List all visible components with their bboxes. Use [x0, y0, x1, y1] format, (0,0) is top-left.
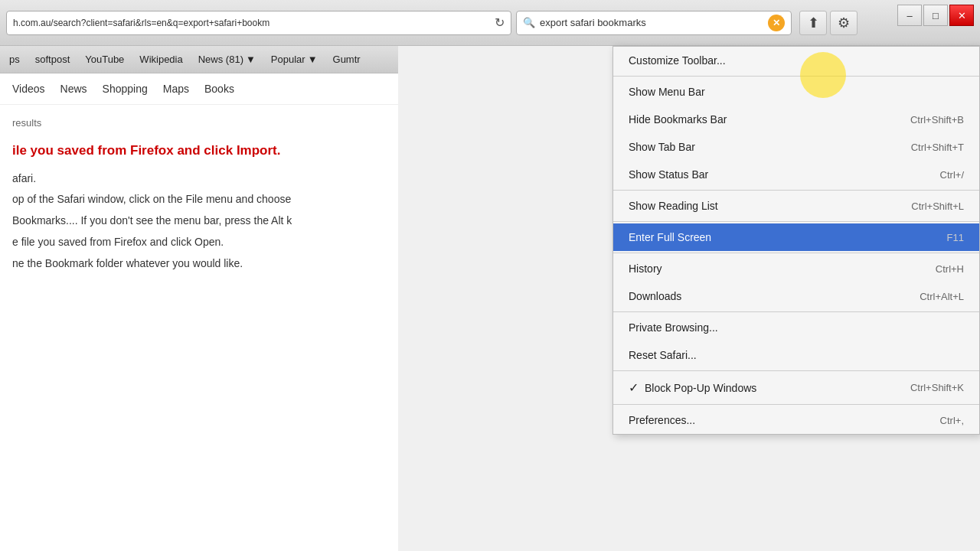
bookmark-softpost[interactable]: softpost	[32, 52, 74, 67]
result-line-0: afari.	[12, 170, 386, 188]
settings-icon: ⚙	[838, 15, 850, 31]
bookmark-ps[interactable]: ps	[6, 52, 23, 67]
menu-separator-2	[613, 221, 979, 222]
settings-button[interactable]: ⚙	[830, 11, 858, 35]
menu-shortcut-enter-full-screen: F11	[947, 232, 964, 243]
address-bar[interactable]: h.com.au/search?client=safari&rls=en&q=e…	[6, 11, 511, 35]
result-line-1: op of the Safari window, click on the Fi…	[12, 191, 386, 209]
menu-item-private-browsing[interactable]: Private Browsing...	[613, 314, 979, 341]
bookmarks-bar: ps softpost YouTube Wikipedia News (81) …	[0, 46, 398, 73]
result-body: ile you saved from Firefox and click Imp…	[0, 135, 398, 282]
menu-label-block-popups: Block Pop-Up Windows	[645, 382, 756, 394]
menu-separator-4	[613, 311, 979, 312]
window-controls: – □ ✕	[891, 0, 980, 31]
check-mark-icon: ✓	[629, 380, 639, 395]
menu-shortcut-preferences: Ctrl+,	[940, 415, 964, 426]
result-line-2: Bookmarks.... If you don't see the menu …	[12, 212, 386, 230]
menu-label-enter-full-screen: Enter Full Screen	[629, 231, 711, 243]
menu-item-block-popups[interactable]: ✓ Block Pop-Up Windows Ctrl+Shift+K	[613, 373, 979, 403]
share-icon: ⬆	[808, 15, 819, 31]
menu-item-reset-safari[interactable]: Reset Safari...	[613, 341, 979, 369]
result-line-4: ne the Bookmark folder whatever you woul…	[12, 255, 386, 273]
menu-item-show-reading-list[interactable]: Show Reading List Ctrl+Shift+L	[613, 192, 979, 220]
search-results-status: results	[0, 105, 398, 135]
menu-separator-0	[613, 76, 979, 77]
menu-shortcut-show-status-bar: Ctrl+/	[940, 169, 964, 181]
menu-separator-1	[613, 190, 979, 191]
menu-item-history[interactable]: History Ctrl+H	[613, 255, 979, 282]
close-button[interactable]: ✕	[949, 5, 974, 26]
menu-shortcut-history: Ctrl+H	[936, 263, 964, 275]
bookmark-wikipedia[interactable]: Wikipedia	[136, 52, 185, 67]
bookmark-popular[interactable]: Popular ▼	[268, 52, 321, 67]
menu-item-enter-full-screen[interactable]: Enter Full Screen F11	[613, 223, 979, 251]
result-snippet: ile you saved from Firefox and click Imp…	[12, 141, 386, 161]
menu-label-hide-bookmarks-bar: Hide Bookmarks Bar	[629, 113, 727, 126]
menu-separator-6	[613, 404, 979, 405]
menu-label-history: History	[629, 262, 662, 275]
tab-shopping[interactable]: Shopping	[103, 80, 148, 98]
refresh-button[interactable]: ↻	[495, 15, 505, 30]
menu-item-show-menu-bar[interactable]: Show Menu Bar	[613, 78, 979, 106]
bookmark-news[interactable]: News (81) ▼	[195, 52, 259, 67]
menu-separator-3	[613, 253, 979, 253]
bookmark-youtube[interactable]: YouTube	[82, 52, 127, 67]
search-query-text: export safari bookmarks	[540, 17, 765, 28]
toolbar-right-icons: ⬆ ⚙	[799, 11, 858, 35]
menu-label-reset-safari: Reset Safari...	[629, 349, 697, 361]
menu-shortcut-hide-bookmarks-bar: Ctrl+Shift+B	[910, 114, 964, 126]
search-clear-button[interactable]: ✕	[768, 15, 785, 31]
restore-button[interactable]: □	[923, 5, 948, 26]
menu-item-preferences[interactable]: Preferences... Ctrl+,	[613, 406, 979, 434]
menu-shortcut-show-reading-list: Ctrl+Shift+L	[911, 201, 964, 212]
result-line-3: e file you saved from Firefox and click …	[12, 233, 386, 252]
menu-label-preferences: Preferences...	[629, 414, 695, 426]
menu-item-show-status-bar[interactable]: Show Status Bar Ctrl+/	[613, 161, 979, 188]
popular-arrow-icon: ▼	[308, 54, 318, 65]
tab-maps[interactable]: Maps	[163, 80, 189, 98]
menu-label-show-status-bar: Show Status Bar	[629, 168, 708, 181]
menu-label-show-reading-list: Show Reading List	[629, 200, 718, 212]
search-bar[interactable]: 🔍 export safari bookmarks ✕	[516, 11, 792, 35]
share-button[interactable]: ⬆	[799, 11, 827, 35]
tab-videos[interactable]: Videos	[12, 80, 45, 98]
result-text: afari. op of the Safari window, click on…	[12, 170, 386, 273]
dropdown-menu: Customize Toolbar... Show Menu Bar Hide …	[612, 46, 980, 435]
tab-news[interactable]: News	[60, 80, 87, 98]
menu-separator-5	[613, 370, 979, 371]
menu-shortcut-downloads: Ctrl+Alt+L	[920, 291, 964, 302]
menu-item-customize-toolbar[interactable]: Customize Toolbar...	[613, 47, 979, 74]
search-tabs: Videos News Shopping Maps Books	[0, 73, 398, 105]
toolbar: h.com.au/search?client=safari&rls=en&q=e…	[0, 0, 980, 46]
search-icon: 🔍	[523, 17, 535, 28]
url-text: h.com.au/search?client=safari&rls=en&q=e…	[13, 18, 492, 28]
news-arrow-icon: ▼	[246, 54, 256, 65]
menu-label-show-menu-bar: Show Menu Bar	[629, 86, 705, 98]
main-content: Videos News Shopping Maps Books results …	[0, 73, 398, 551]
menu-shortcut-block-popups: Ctrl+Shift+K	[910, 382, 964, 393]
minimize-button[interactable]: –	[897, 5, 922, 26]
tab-books[interactable]: Books	[204, 80, 234, 98]
menu-item-show-tab-bar[interactable]: Show Tab Bar Ctrl+Shift+T	[613, 133, 979, 161]
menu-label-downloads: Downloads	[629, 290, 681, 302]
menu-item-downloads[interactable]: Downloads Ctrl+Alt+L	[613, 282, 979, 310]
menu-item-hide-bookmarks-bar[interactable]: Hide Bookmarks Bar Ctrl+Shift+B	[613, 106, 979, 133]
menu-label-private-browsing: Private Browsing...	[629, 321, 718, 334]
bookmark-gumtr[interactable]: Gumtr	[330, 52, 364, 67]
menu-label-show-tab-bar: Show Tab Bar	[629, 141, 695, 153]
menu-shortcut-show-tab-bar: Ctrl+Shift+T	[911, 142, 964, 153]
